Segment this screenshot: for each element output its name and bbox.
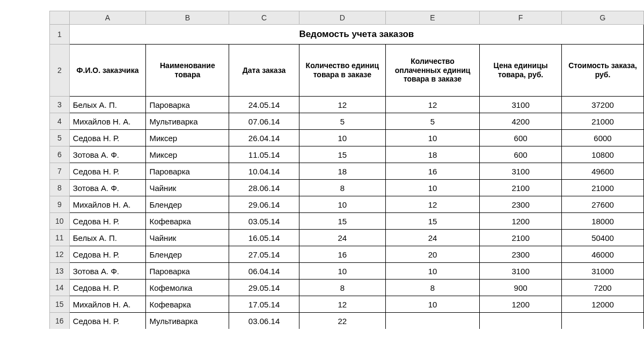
cell-D6[interactable]: 15 — [299, 146, 385, 163]
cell-G15[interactable]: 12000 — [562, 296, 644, 313]
cell-G12[interactable]: 46000 — [562, 246, 644, 263]
cell-F10[interactable]: 1200 — [480, 213, 562, 230]
cell-E6[interactable]: 18 — [385, 146, 479, 163]
row-header-14[interactable]: 14 — [50, 280, 70, 296]
spreadsheet[interactable]: A B C D E F G 1 Ведомость учета заказов … — [49, 11, 644, 329]
cell-C16[interactable]: 03.06.14 — [229, 313, 299, 329]
select-all-corner[interactable] — [50, 11, 70, 25]
row-header-13[interactable]: 13 — [50, 263, 70, 280]
cell-A9[interactable]: Михайлов Н. А. — [69, 196, 146, 213]
cell-F4[interactable]: 4200 — [480, 113, 562, 130]
cell-C13[interactable]: 06.04.14 — [229, 263, 299, 280]
cell-A3[interactable]: Белых А. П. — [69, 97, 146, 113]
row-header-9[interactable]: 9 — [50, 196, 70, 213]
cell-C9[interactable]: 29.06.14 — [229, 196, 299, 213]
cell-E8[interactable]: 10 — [385, 180, 479, 196]
cell-G16[interactable] — [562, 313, 644, 329]
cell-B16[interactable]: Мультиварка — [146, 313, 229, 329]
cell-G8[interactable]: 21000 — [562, 180, 644, 196]
cell-D4[interactable]: 5 — [299, 113, 385, 130]
cell-G6[interactable]: 10800 — [562, 146, 644, 163]
cell-D11[interactable]: 24 — [299, 230, 385, 246]
cell-G5[interactable]: 6000 — [562, 130, 644, 146]
cell-B15[interactable]: Кофеварка — [146, 296, 229, 313]
cell-C7[interactable]: 10.04.14 — [229, 163, 299, 180]
col-header-D[interactable]: D — [299, 11, 385, 25]
cell-B11[interactable]: Чайник — [146, 230, 229, 246]
cell-G10[interactable]: 18000 — [562, 213, 644, 230]
cell-C11[interactable]: 16.05.14 — [229, 230, 299, 246]
cell-F9[interactable]: 2300 — [480, 196, 562, 213]
row-header-16[interactable]: 16 — [50, 313, 70, 329]
cell-C3[interactable]: 24.05.14 — [229, 97, 299, 113]
row-header-2[interactable]: 2 — [50, 45, 70, 97]
cell-A8[interactable]: Зотова А. Ф. — [69, 180, 146, 196]
cell-E12[interactable]: 20 — [385, 246, 479, 263]
cell-E14[interactable]: 8 — [385, 280, 479, 296]
cell-C12[interactable]: 27.05.14 — [229, 246, 299, 263]
cell-F16[interactable] — [480, 313, 562, 329]
cell-G11[interactable]: 50400 — [562, 230, 644, 246]
cell-D9[interactable]: 10 — [299, 196, 385, 213]
header-qty-paid[interactable]: Количество оплаченных единиц товара в за… — [385, 45, 479, 97]
cell-E5[interactable]: 10 — [385, 130, 479, 146]
row-header-6[interactable]: 6 — [50, 146, 70, 163]
cell-D10[interactable]: 15 — [299, 213, 385, 230]
cell-D16[interactable]: 22 — [299, 313, 385, 329]
cell-E4[interactable]: 5 — [385, 113, 479, 130]
header-price[interactable]: Цена единицы товара, руб. — [480, 45, 562, 97]
row-header-10[interactable]: 10 — [50, 213, 70, 230]
cell-B4[interactable]: Мультиварка — [146, 113, 229, 130]
cell-B7[interactable]: Пароварка — [146, 163, 229, 180]
cell-G13[interactable]: 31000 — [562, 263, 644, 280]
col-header-G[interactable]: G — [562, 11, 644, 25]
cell-E7[interactable]: 16 — [385, 163, 479, 180]
cell-F8[interactable]: 2100 — [480, 180, 562, 196]
cell-F11[interactable]: 2100 — [480, 230, 562, 246]
cell-F12[interactable]: 2300 — [480, 246, 562, 263]
cell-C5[interactable]: 26.04.14 — [229, 130, 299, 146]
row-header-4[interactable]: 4 — [50, 113, 70, 130]
cell-A15[interactable]: Михайлов Н. А. — [69, 296, 146, 313]
header-qty[interactable]: Количество единиц товара в заказе — [299, 45, 385, 97]
cell-E16[interactable] — [385, 313, 479, 329]
row-header-3[interactable]: 3 — [50, 97, 70, 113]
cell-E15[interactable]: 10 — [385, 296, 479, 313]
cell-B6[interactable]: Миксер — [146, 146, 229, 163]
row-header-8[interactable]: 8 — [50, 180, 70, 196]
cell-F7[interactable]: 3100 — [480, 163, 562, 180]
row-header-5[interactable]: 5 — [50, 130, 70, 146]
cell-G7[interactable]: 49600 — [562, 163, 644, 180]
cell-A10[interactable]: Седова Н. Р. — [69, 213, 146, 230]
cell-B9[interactable]: Блендер — [146, 196, 229, 213]
header-customer[interactable]: Ф.И.О. заказчика — [69, 45, 146, 97]
cell-C4[interactable]: 07.06.14 — [229, 113, 299, 130]
cell-F3[interactable]: 3100 — [480, 97, 562, 113]
cell-F6[interactable]: 600 — [480, 146, 562, 163]
col-header-C[interactable]: C — [229, 11, 299, 25]
cell-C10[interactable]: 03.05.14 — [229, 213, 299, 230]
row-header-15[interactable]: 15 — [50, 296, 70, 313]
cell-A7[interactable]: Седова Н. Р. — [69, 163, 146, 180]
row-header-11[interactable]: 11 — [50, 230, 70, 246]
cell-G3[interactable]: 37200 — [562, 97, 644, 113]
cell-A11[interactable]: Белых А. П. — [69, 230, 146, 246]
cell-E10[interactable]: 15 — [385, 213, 479, 230]
cell-D3[interactable]: 12 — [299, 97, 385, 113]
cell-D15[interactable]: 12 — [299, 296, 385, 313]
row-header-12[interactable]: 12 — [50, 246, 70, 263]
cell-C14[interactable]: 29.05.14 — [229, 280, 299, 296]
cell-B12[interactable]: Блендер — [146, 246, 229, 263]
cell-C15[interactable]: 17.05.14 — [229, 296, 299, 313]
cell-D13[interactable]: 10 — [299, 263, 385, 280]
header-product[interactable]: Наименование товара — [146, 45, 229, 97]
cell-G9[interactable]: 27600 — [562, 196, 644, 213]
cell-A13[interactable]: Зотова А. Ф. — [69, 263, 146, 280]
col-header-B[interactable]: B — [146, 11, 229, 25]
cell-F14[interactable]: 900 — [480, 280, 562, 296]
cell-D5[interactable]: 10 — [299, 130, 385, 146]
cell-C6[interactable]: 11.05.14 — [229, 146, 299, 163]
cell-D8[interactable]: 8 — [299, 180, 385, 196]
cell-E3[interactable]: 12 — [385, 97, 479, 113]
row-header-7[interactable]: 7 — [50, 163, 70, 180]
